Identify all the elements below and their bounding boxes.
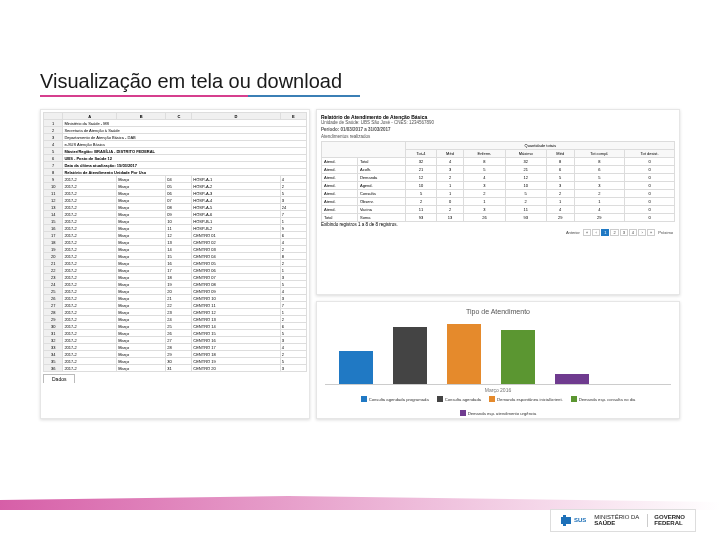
sus-text: SUS bbox=[574, 517, 586, 523]
report-period: Período: 01/03/2017 a 31/03/2017 bbox=[321, 127, 675, 132]
report-footer-count: Exibindo registros 1 a 8 de 8 registros. bbox=[321, 222, 675, 227]
sus-logo: SUS bbox=[561, 517, 586, 524]
pager-btn[interactable]: ‹ bbox=[592, 229, 600, 236]
pager-btn[interactable]: « bbox=[583, 229, 591, 236]
content-row: ABCDE1Ministério da Saúde - MS2Secretari… bbox=[40, 109, 680, 419]
pager-btn[interactable]: » bbox=[647, 229, 655, 236]
report-table: Quantidade totaisTot-4MédEnferm.MáximoMé… bbox=[321, 141, 675, 222]
chart-panel: Tipo de Atendimento Março 2016 Consulta … bbox=[316, 301, 680, 419]
ministerio-logo: MINISTÉRIO DA SAÚDE bbox=[594, 514, 639, 527]
title-underline bbox=[40, 95, 360, 97]
chart-xlabel: Março 2016 bbox=[325, 387, 671, 393]
legend-item: Demanda esp. atendimento urgência bbox=[460, 410, 537, 416]
chart-bar bbox=[501, 330, 535, 384]
report-title-2: Unidade de Saúde: UBS São José - CNES: 1… bbox=[321, 120, 675, 125]
legend-item: Demanda esp. consulta no dia bbox=[571, 396, 636, 402]
legend-item: Consulta agendada programada bbox=[361, 396, 429, 402]
pager-btn[interactable]: › bbox=[638, 229, 646, 236]
chart-plot-area bbox=[325, 317, 671, 385]
pager: Anterior«‹1234›»Próximo bbox=[321, 229, 675, 236]
footer-swoosh bbox=[0, 490, 720, 510]
report-group-hdr: Atendimentos realizados bbox=[321, 134, 675, 139]
legend-item: Demanda espontânea inicial/orient. bbox=[489, 396, 563, 402]
plus-icon bbox=[561, 517, 571, 524]
spreadsheet-panel: ABCDE1Ministério da Saúde - MS2Secretari… bbox=[40, 109, 310, 419]
right-column: Relatório de Atendimento de Atenção Bási… bbox=[316, 109, 680, 419]
footer-logos: SUS MINISTÉRIO DA SAÚDE GOVERNO FEDERAL bbox=[550, 509, 696, 532]
pager-btn[interactable]: 2 bbox=[610, 229, 618, 236]
spreadsheet-table: ABCDE1Ministério da Saúde - MS2Secretari… bbox=[43, 112, 307, 372]
pager-btn[interactable]: 1 bbox=[601, 229, 609, 236]
chart-bar bbox=[555, 374, 589, 384]
chart-title: Tipo de Atendimento bbox=[325, 308, 671, 315]
governo-logo: GOVERNO FEDERAL bbox=[647, 514, 685, 527]
chart-legend: Consulta agendada programadaConsulta age… bbox=[325, 396, 671, 416]
page-title: Visualização em tela ou download bbox=[40, 70, 680, 93]
sheet-tab[interactable]: Dados bbox=[43, 374, 75, 383]
legend-item: Consulta agendada bbox=[437, 396, 481, 402]
chart-bar bbox=[393, 327, 427, 384]
chart-bar bbox=[339, 351, 373, 385]
web-report-panel: Relatório de Atendimento de Atenção Bási… bbox=[316, 109, 680, 295]
pager-btn[interactable]: 3 bbox=[620, 229, 628, 236]
chart-bar bbox=[447, 324, 481, 384]
pager-btn[interactable]: 4 bbox=[629, 229, 637, 236]
slide-footer: SUS MINISTÉRIO DA SAÚDE GOVERNO FEDERAL bbox=[0, 490, 720, 540]
